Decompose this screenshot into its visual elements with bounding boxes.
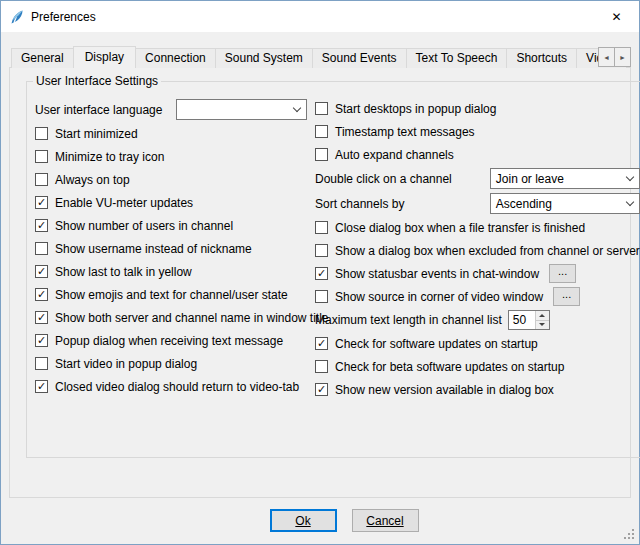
checkbox[interactable] [315, 290, 328, 303]
checkbox[interactable] [35, 173, 48, 186]
checkbox-label: Close dialog box when a file transfer is… [335, 221, 585, 235]
checkbox[interactable]: ✓ [35, 196, 48, 209]
checkbox[interactable] [315, 360, 328, 373]
double-click-combobox-value: Join or leave [491, 172, 621, 186]
checkbox-label: Always on top [55, 173, 130, 187]
max-text-length-row: Maximum text length in channel list 50 [315, 308, 640, 332]
checkbox-row[interactable]: Minimize to tray icon [35, 145, 307, 168]
checkbox-row[interactable]: ✓Show last to talk in yellow [35, 260, 307, 283]
checkbox-row[interactable]: Always on top [35, 168, 307, 191]
tab-sound-system[interactable]: Sound System [215, 48, 313, 68]
tab-scroll-left-button[interactable]: ◄ [598, 47, 615, 67]
checkbox[interactable] [315, 102, 328, 115]
checkbox-label: Show both server and channel name in win… [55, 311, 329, 325]
spin-up-button[interactable] [536, 311, 549, 321]
checkbox-row[interactable]: Auto expand channels [315, 143, 640, 166]
checkbox-label: Check for software updates on startup [335, 337, 538, 351]
right-mid-checklist: Close dialog box when a file transfer is… [315, 216, 640, 262]
checkbox[interactable]: ✓ [315, 267, 328, 280]
close-button[interactable]: ✕ [594, 1, 639, 32]
language-label: User interface language [35, 103, 162, 117]
max-text-length-label: Maximum text length in channel list [315, 313, 502, 327]
checkbox[interactable] [315, 244, 328, 257]
checkbox-row[interactable]: ✓Show emojis and text for channel/user s… [35, 283, 307, 306]
ellipsis-button[interactable]: ... [549, 264, 576, 283]
checkbox-row[interactable]: ✓Show statusbar events in chat-window... [315, 262, 640, 285]
checkbox-row[interactable]: Check for beta software updates on start… [315, 355, 640, 378]
checkbox-row[interactable]: ✓Closed video dialog should return to vi… [35, 375, 307, 398]
sort-channels-combobox[interactable]: Ascending [490, 193, 640, 214]
window-title: Preferences [31, 10, 96, 24]
checkbox-row[interactable]: ✓Show both server and channel name in wi… [35, 306, 307, 329]
checkbox[interactable] [315, 148, 328, 161]
tab-scroll-right-button[interactable]: ► [614, 47, 631, 67]
checkbox-row[interactable]: Show username instead of nickname [35, 237, 307, 260]
checkbox[interactable]: ✓ [315, 337, 328, 350]
checkbox[interactable]: ✓ [35, 219, 48, 232]
checkbox-label: Show source in corner of video window [335, 290, 543, 304]
spin-down-button[interactable] [536, 321, 549, 330]
checkbox[interactable]: ✓ [315, 383, 328, 396]
right-bottom-checklist: ✓Check for software updates on startupCh… [315, 332, 640, 401]
checkbox[interactable] [315, 221, 328, 234]
checkbox-row[interactable]: ✓Popup dialog when receiving text messag… [35, 329, 307, 352]
checkbox[interactable]: ✓ [35, 380, 48, 393]
right-column: Start desktops in popup dialogTimestamp … [315, 97, 640, 401]
chevron-down-icon [288, 100, 306, 119]
cancel-button[interactable]: Cancel [352, 509, 419, 532]
checkbox-label: Show new version available in dialog box [335, 383, 554, 397]
language-row: User interface language [35, 97, 307, 122]
group-title: User Interface Settings [33, 74, 161, 88]
checkbox-label: Check for beta software updates on start… [335, 360, 564, 374]
tab-text-to-speech[interactable]: Text To Speech [406, 48, 508, 68]
tab-general[interactable]: General [11, 48, 74, 68]
ok-button[interactable]: Ok [270, 509, 337, 532]
ok-button-label: Ok [295, 514, 310, 528]
language-combobox[interactable] [176, 99, 307, 120]
tab-scrollers: ◄ ► [599, 47, 631, 67]
dialog-body: GeneralDisplayConnectionSound SystemSoun… [1, 32, 639, 544]
checkbox-row[interactable]: Start video in popup dialog [35, 352, 307, 375]
chevron-down-icon [621, 169, 639, 188]
checkbox[interactable] [35, 242, 48, 255]
display-tab-page: User Interface Settings User interface l… [9, 67, 631, 498]
tab-shortcuts[interactable]: Shortcuts [506, 48, 577, 68]
ellipsis-button[interactable]: ... [553, 287, 580, 306]
checkbox-row[interactable]: Close dialog box when a file transfer is… [315, 216, 640, 239]
checkbox[interactable] [35, 127, 48, 140]
cancel-button-label: Cancel [366, 514, 403, 528]
checkbox-label: Timestamp text messages [335, 125, 475, 139]
checkbox[interactable] [35, 357, 48, 370]
checkbox[interactable] [315, 125, 328, 138]
checkbox[interactable]: ✓ [35, 288, 48, 301]
checkbox[interactable]: ✓ [35, 311, 48, 324]
checkbox-label: Show number of users in channel [55, 219, 233, 233]
checkbox-row[interactable]: Show source in corner of video window... [315, 285, 640, 308]
sort-channels-row: Sort channels by Ascending [315, 191, 640, 216]
resize-grip[interactable] [624, 529, 635, 540]
checkbox[interactable]: ✓ [35, 334, 48, 347]
right-button-checklist: ✓Show statusbar events in chat-window...… [315, 262, 640, 308]
max-text-length-spinbox[interactable]: 50 [508, 310, 550, 330]
left-checklist: Start minimizedMinimize to tray iconAlwa… [35, 122, 307, 398]
checkbox-label: Show username instead of nickname [55, 242, 252, 256]
double-click-combobox[interactable]: Join or leave [490, 168, 640, 189]
checkbox-row[interactable]: Timestamp text messages [315, 120, 640, 143]
checkbox-row[interactable]: ✓Enable VU-meter updates [35, 191, 307, 214]
tab-bar: GeneralDisplayConnectionSound SystemSoun… [11, 46, 631, 68]
checkbox[interactable]: ✓ [35, 265, 48, 278]
checkbox-label: Show emojis and text for channel/user st… [55, 288, 288, 302]
checkbox-label: Show statusbar events in chat-window [335, 267, 539, 281]
checkbox-row[interactable]: ✓Show new version available in dialog bo… [315, 378, 640, 401]
checkbox[interactable] [35, 150, 48, 163]
tab-connection[interactable]: Connection [135, 48, 216, 68]
sort-channels-label: Sort channels by [315, 197, 404, 211]
checkbox-row[interactable]: Start desktops in popup dialog [315, 97, 640, 120]
checkbox-row[interactable]: ✓Show number of users in channel [35, 214, 307, 237]
tab-display[interactable]: Display [73, 46, 136, 68]
checkbox-row[interactable]: ✓Check for software updates on startup [315, 332, 640, 355]
checkbox-row[interactable]: Start minimized [35, 122, 307, 145]
left-column: User interface language Start minimizedM… [35, 97, 307, 401]
tab-sound-events[interactable]: Sound Events [312, 48, 407, 68]
checkbox-row[interactable]: Show a dialog box when excluded from cha… [315, 239, 640, 262]
